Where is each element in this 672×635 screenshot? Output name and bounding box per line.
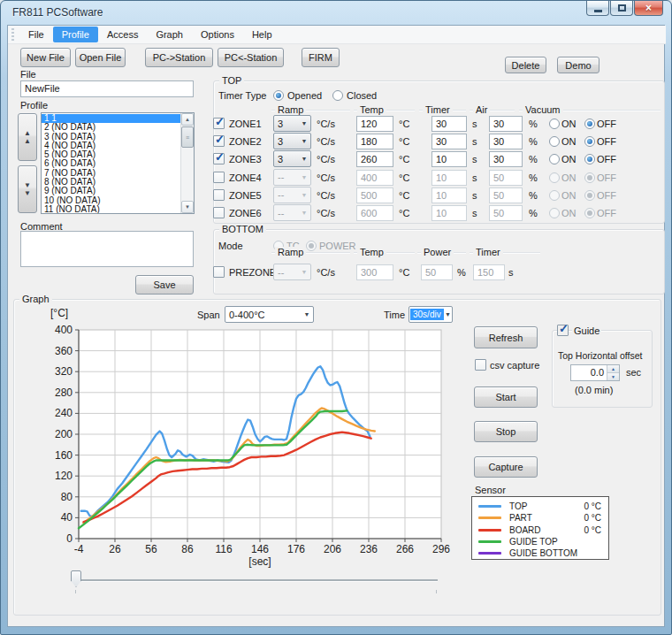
profile-move-down-button[interactable]: ▼▼: [18, 165, 37, 213]
chevron-down-icon: ▼: [298, 210, 310, 216]
menu-graph[interactable]: Graph: [147, 27, 192, 42]
timer-type-opened-radio[interactable]: [273, 90, 284, 101]
zone-checkbox[interactable]: [213, 172, 225, 183]
firm-button[interactable]: FIRM: [302, 48, 340, 67]
zone-timer-input[interactable]: 30: [431, 116, 467, 132]
prezone-checkbox[interactable]: [213, 266, 225, 278]
menu-items: FileProfileAccessGraphOptionsHelp: [19, 27, 281, 42]
refresh-button[interactable]: Refresh: [474, 326, 538, 348]
svg-text:86: 86: [181, 543, 194, 555]
delete-button[interactable]: Delete: [505, 57, 546, 73]
maximize-button[interactable]: [610, 1, 633, 16]
span-value: 0-400°C: [225, 310, 301, 320]
profile-list-item[interactable]: 11 (NO DATA): [42, 205, 180, 214]
pc-from-station-button[interactable]: PC<-Station: [218, 48, 284, 67]
new-file-button[interactable]: New File: [20, 48, 71, 67]
legend-swatch-guide-top: [478, 540, 501, 543]
zone-timer-input: 10: [431, 205, 467, 221]
legend-row: GUIDE TOP: [472, 536, 608, 547]
zone-timer-input[interactable]: 30: [431, 134, 467, 149]
menu-help[interactable]: Help: [243, 27, 281, 42]
timer-type-closed-radio[interactable]: [332, 90, 343, 101]
zone-ramp-select: --▼: [273, 169, 311, 186]
time-label: Time: [384, 310, 405, 320]
capture-button[interactable]: Capture: [474, 456, 538, 478]
svg-text:400: 400: [55, 324, 73, 336]
ramp-unit-label: °C/s: [317, 172, 335, 183]
zone-label: ZONE2: [229, 136, 262, 147]
scrollbar-thumb[interactable]: ≡: [181, 126, 194, 148]
zone-ramp-select[interactable]: 3▼: [273, 115, 311, 132]
legend-name: GUIDE BOTTOM: [509, 548, 577, 558]
legend-swatch-top: [478, 505, 501, 508]
guide-label: Guide: [572, 325, 601, 336]
offset-spinner[interactable]: 0.0 ▲ ▼: [570, 364, 620, 381]
menu-options[interactable]: Options: [192, 27, 243, 42]
zone-air-input[interactable]: 30: [489, 151, 523, 167]
zone-checkbox[interactable]: [213, 207, 225, 218]
vacuum-off-radio: [584, 190, 595, 201]
menu-file[interactable]: File: [19, 27, 53, 42]
spinner-buttons: ▲ ▼: [607, 365, 619, 380]
demo-button[interactable]: Demo: [557, 57, 599, 73]
file-name-input[interactable]: NewFile: [20, 80, 194, 97]
vacuum-on-radio[interactable]: [549, 119, 560, 129]
legend-name: PART: [509, 513, 532, 523]
start-button[interactable]: Start: [474, 386, 538, 408]
zone-air-input[interactable]: 30: [489, 116, 523, 132]
mode-power-radio: [306, 241, 317, 251]
zone-air-input: 50: [489, 187, 523, 203]
zone-temp-input[interactable]: 260: [356, 151, 393, 167]
comment-input[interactable]: [20, 231, 194, 267]
zone-timer-input[interactable]: 10: [431, 151, 467, 167]
span-label: Span: [197, 310, 220, 320]
profile-scrollbar[interactable]: ▲ ≡ ▼: [180, 113, 194, 213]
spin-up-icon[interactable]: ▲: [607, 365, 619, 373]
vacuum-off-radio: [584, 172, 595, 183]
close-button[interactable]: ×: [634, 1, 663, 16]
prezone-power-input: 50: [421, 264, 453, 280]
time-select[interactable]: 30s/div ▼: [409, 306, 453, 323]
time-scroll-track[interactable]: [76, 579, 438, 581]
zone-ramp-select[interactable]: 3▼: [273, 150, 311, 167]
pc-to-station-button[interactable]: PC->Station: [145, 48, 213, 67]
span-select[interactable]: 0-400°C ▼: [225, 306, 314, 323]
mode-power-label: POWER: [319, 241, 356, 251]
ramp-value: 3: [274, 119, 298, 129]
menu-access[interactable]: Access: [98, 27, 147, 42]
top-group-label: TOP: [219, 75, 244, 86]
svg-text:296: 296: [432, 543, 450, 555]
top-column-header: Vacuum: [523, 104, 563, 115]
profile-move-up-button[interactable]: ▲▲: [18, 113, 37, 161]
svg-text:80: 80: [61, 491, 73, 503]
vacuum-on-label: ON: [561, 208, 577, 218]
spin-down-icon[interactable]: ▼: [607, 373, 619, 380]
zone-checkbox[interactable]: ✓: [213, 118, 225, 129]
svg-text:56: 56: [145, 543, 157, 555]
zone-temp-input[interactable]: 120: [356, 116, 393, 132]
zone-temp-input: 600: [356, 205, 393, 221]
legend-name: BOARD: [509, 525, 541, 535]
guide-checkbox[interactable]: ✓: [557, 325, 569, 336]
y-axis-unit-label: [°C]: [50, 307, 68, 319]
zone-checkbox[interactable]: [213, 189, 225, 201]
menu-profile[interactable]: Profile: [53, 27, 98, 42]
csv-capture-checkbox[interactable]: [475, 359, 486, 371]
zone-checkbox[interactable]: ✓: [213, 135, 225, 147]
vacuum-on-label: ON: [561, 119, 577, 129]
open-file-button[interactable]: Open File: [75, 48, 126, 67]
save-button[interactable]: Save: [135, 275, 194, 295]
zone-checkbox[interactable]: ✓: [213, 153, 225, 164]
zone-ramp-select[interactable]: 3▼: [273, 133, 311, 149]
scroll-down-icon[interactable]: ▼: [181, 201, 194, 213]
minimize-button[interactable]: [586, 1, 609, 16]
legend-name: TOP: [509, 501, 527, 511]
temp-unit-label: °C: [399, 208, 409, 218]
scroll-up-icon[interactable]: ▲: [181, 113, 194, 126]
zone-air-input[interactable]: 30: [489, 134, 523, 149]
vacuum-off-radio[interactable]: [584, 119, 595, 129]
ramp-unit-label: °C/s: [317, 267, 335, 278]
ramp-value: --: [274, 208, 298, 218]
stop-button[interactable]: Stop: [474, 421, 538, 442]
zone-temp-input[interactable]: 180: [356, 134, 393, 149]
